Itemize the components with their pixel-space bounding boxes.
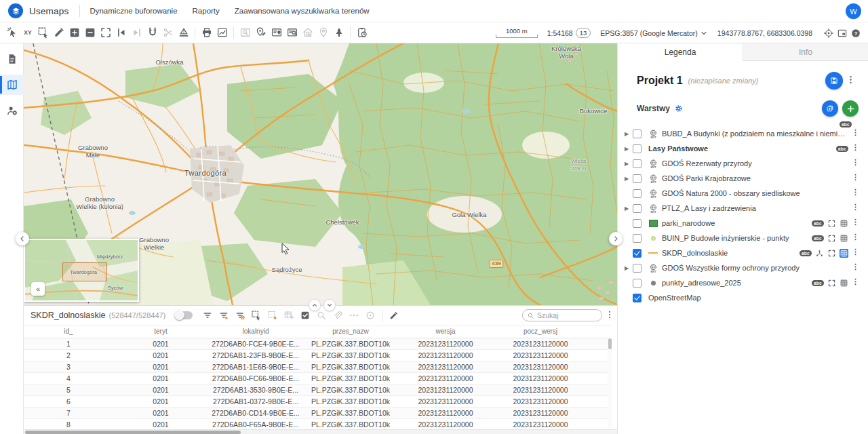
layer-visibility-checkbox[interactable] <box>633 279 642 288</box>
abc-label-badge[interactable]: abc <box>812 235 824 241</box>
hscroll-thumb[interactable] <box>25 431 241 434</box>
plus-box-icon[interactable] <box>66 25 82 40</box>
layer-expand-arrow-icon[interactable]: ▶ <box>625 265 633 271</box>
collapse-left-panel-button[interactable] <box>16 232 29 245</box>
cursor-click-icon[interactable] <box>4 25 20 40</box>
layer-menu-dots[interactable] <box>848 202 863 214</box>
filter-dot-icon[interactable] <box>216 308 232 323</box>
sidebar-item-user-settings[interactable] <box>0 100 24 121</box>
table-row[interactable]: 70201272D6AB0-CD14-9B0E-E...PL.PZGiK.337… <box>24 407 612 418</box>
marker-icon[interactable] <box>315 25 331 40</box>
layer-visibility-checkbox[interactable] <box>633 144 642 153</box>
layer-label[interactable]: SKDR_dolnoslaskie <box>662 249 797 257</box>
layer-expand-arrow-icon[interactable]: ▶ <box>625 161 633 167</box>
card-marker-icon[interactable] <box>269 25 284 40</box>
layer-label[interactable]: GDOŚ Natura 2000 - obszary siedliskowe <box>662 189 846 197</box>
layer-visibility-checkbox[interactable] <box>633 204 642 213</box>
column-header[interactable]: lokalnyid <box>208 326 303 338</box>
layer-visibility-checkbox[interactable] <box>633 189 642 198</box>
fullscreen-icon[interactable] <box>98 25 113 40</box>
home-search-icon[interactable] <box>300 25 315 40</box>
sidebar-item-documents[interactable] <box>0 49 24 69</box>
layer-menu-dots[interactable] <box>848 247 863 259</box>
abc-label-badge[interactable]: abc <box>812 220 824 226</box>
table-row[interactable]: 40201272D6AB0-FC66-9B0E-E...PL.PZGiK.337… <box>24 372 612 384</box>
layer-expand-arrow-icon[interactable]: ▶ <box>625 146 633 152</box>
column-header[interactable]: pocz_wersj <box>493 326 588 338</box>
zoom-to-layer-icon[interactable] <box>827 249 836 258</box>
nav-item-1[interactable]: Raporty <box>193 7 220 15</box>
layer-label[interactable]: GDOŚ Wszystkie formy ochrony przyrody <box>662 264 846 272</box>
layer-label[interactable]: BUIN_P Budowle inżynierskie - punkty <box>662 234 809 242</box>
help-icon[interactable]: ? <box>849 26 863 41</box>
layer-menu-dots[interactable] <box>848 277 863 289</box>
projection-select[interactable]: EPSG:3857 (Google Mercator) <box>600 29 708 37</box>
table-row[interactable]: 30201272D6AB1-1E6B-9B0E-E...PL.PZGiK.337… <box>24 361 612 372</box>
table-plus-icon[interactable] <box>281 308 297 323</box>
layer-expand-arrow-icon[interactable]: ▶ <box>625 205 633 212</box>
open-attribute-table-icon[interactable] <box>840 249 848 258</box>
add-layer-button[interactable] <box>842 100 859 117</box>
filter-x-icon[interactable] <box>232 308 248 323</box>
layer-visibility-checkbox[interactable] <box>633 264 642 273</box>
overview-minimap[interactable]: TwardogóraMiędzybórzSyców « <box>24 239 139 302</box>
layer-relations-icon[interactable] <box>815 249 824 258</box>
marker-edit-icon[interactable] <box>253 25 269 40</box>
overview-icon[interactable] <box>835 26 849 41</box>
table-menu-dots[interactable] <box>605 310 614 322</box>
chart-icon[interactable] <box>214 25 230 40</box>
select-dot-icon[interactable] <box>264 308 281 323</box>
layer-menu-dots[interactable] <box>848 232 863 244</box>
open-attribute-table-icon[interactable] <box>840 219 848 228</box>
layer-menu-dots[interactable] <box>848 142 863 155</box>
table-filter-toggle[interactable] <box>175 311 193 319</box>
xy-icon[interactable]: XY <box>20 25 35 40</box>
table-row[interactable]: 50201272D6AB1-3530-9B0E-E...PL.PZGiK.337… <box>24 384 612 395</box>
level-icon[interactable] <box>176 25 191 40</box>
layer-visibility-checkbox[interactable] <box>633 219 642 228</box>
layer-label[interactable]: Lasy Państwowe <box>648 144 833 153</box>
table-row[interactable]: 80201272D6AB0-F65A-9B0E-E...PL.PZGiK.337… <box>24 418 612 430</box>
layer-label[interactable]: GDOŚ Rezerwaty przyrody <box>662 159 846 167</box>
layer-menu-dots[interactable] <box>848 127 863 140</box>
layer-visibility-checkbox[interactable] <box>633 234 642 243</box>
layer-visibility-checkbox[interactable] <box>633 174 642 183</box>
zoom-to-layer-icon[interactable] <box>827 234 836 243</box>
project-menu-dots[interactable] <box>843 75 859 87</box>
open-attribute-table-icon[interactable] <box>840 279 848 288</box>
filter-icon[interactable] <box>199 308 216 323</box>
my-location-icon[interactable] <box>822 26 835 41</box>
sidebar-item-map[interactable] <box>0 75 24 95</box>
layer-expand-arrow-icon[interactable]: ▶ <box>625 131 633 137</box>
table-horizontal-scrollbar[interactable] <box>24 429 617 434</box>
tab-info[interactable]: Info <box>743 43 868 61</box>
checkbox-marked-icon[interactable] <box>297 308 313 323</box>
magnify-icon[interactable] <box>313 308 330 323</box>
layer-menu-dots[interactable] <box>848 172 863 184</box>
layer-menu-dots[interactable] <box>848 217 863 229</box>
paperclip-icon[interactable] <box>330 308 346 323</box>
layer-visibility-checkbox[interactable] <box>633 159 642 168</box>
scissors-icon[interactable] <box>160 25 176 40</box>
tab-legenda[interactable]: Legenda <box>618 43 743 61</box>
layer-expand-arrow-icon[interactable]: ▶ <box>625 176 633 182</box>
table-row[interactable]: 60201272D6AB1-0372-9B0E-E...PL.PZGiK.337… <box>24 395 612 407</box>
layer-label[interactable]: punkty_adresowe_2025 <box>662 279 809 287</box>
tree-icon[interactable] <box>331 25 347 40</box>
table-edit-icon[interactable] <box>386 308 401 323</box>
layer-visibility-checkbox[interactable] <box>633 294 642 302</box>
zoom-to-layer-icon[interactable] <box>827 219 836 228</box>
table-row[interactable]: 20201272D6AB1-23FB-9B0E-E...PL.PZGiK.337… <box>24 349 612 361</box>
abc-label-badge[interactable]: abc <box>812 280 824 286</box>
minus-box-icon[interactable] <box>82 25 98 40</box>
table-grid[interactable]: id_terytlokalnyidprzes_nazwwersjapocz_we… <box>24 325 612 430</box>
layer-label[interactable]: PTLZ_A Lasy i zadrzewienia <box>662 204 846 212</box>
clipboard-clock-icon[interactable] <box>354 25 370 40</box>
column-header[interactable]: wersja <box>398 326 493 338</box>
layer-label[interactable]: OpenStreetMap <box>648 294 846 302</box>
dots-h-icon[interactable] <box>346 308 362 323</box>
select-pointer-icon[interactable] <box>248 308 264 323</box>
layer-menu-dots[interactable] <box>848 157 863 170</box>
nav-item-2[interactable]: Zaawansowana wyszukiwarka terenów <box>235 7 370 15</box>
nav-item-0[interactable]: Dynamiczne buforowanie <box>90 7 177 15</box>
